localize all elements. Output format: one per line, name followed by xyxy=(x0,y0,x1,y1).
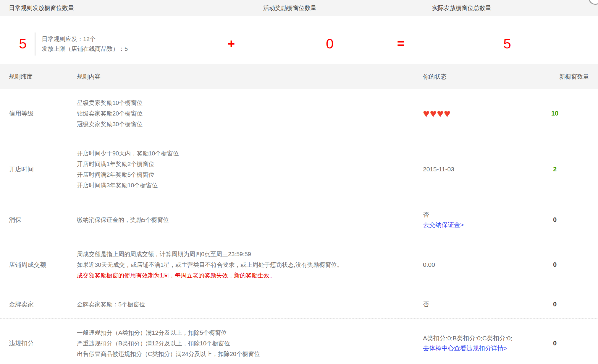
summary-header-band: 日常规则发放橱窗位数量 活动奖励橱窗位数量 实际发放橱窗位总数量 xyxy=(0,0,598,16)
table-row: 信用等级星级卖家奖励10个橱窗位钻级卖家奖励20个橱窗位冠级卖家奖励30个橱窗位… xyxy=(0,89,598,138)
rule-dimension-label: 金牌卖家 xyxy=(9,300,71,308)
status-action-link[interactable]: 去体检中心查看违规扣分详情> xyxy=(423,343,518,353)
new-slot-count-value: 0 xyxy=(521,261,589,269)
daily-slot-count: 5 xyxy=(12,36,33,51)
table-row: 店铺周成交额周成交额是指上周的周成交额，计算周期为周四0点至周三23:59:59… xyxy=(0,239,598,290)
rule-content-cell: 周成交额是指上周的周成交额，计算周期为周四0点至周三23:59:59如果近30天… xyxy=(77,249,420,281)
rule-content-line: 缴纳消保保证金的，奖励5个橱窗位 xyxy=(77,214,420,225)
table-row: 违规扣分一般违规扣分（A类扣分）满12分及以上，扣除5个橱窗位严重违规扣分（B类… xyxy=(0,318,598,364)
issue-limit-text: 发放上限（店铺在线商品数）：5 xyxy=(42,44,128,54)
vertical-divider xyxy=(35,32,35,56)
rule-dimension-label: 店铺周成交额 xyxy=(9,261,71,269)
new-slot-count-value: 0 xyxy=(521,339,589,347)
daily-slot-details: 日常规则应发：12个 发放上限（店铺在线商品数）：5 xyxy=(42,34,128,54)
status-text: 否 xyxy=(423,299,518,309)
showcase-slot-rules-page: 日常规则发放橱窗位数量 活动奖励橱窗位数量 实际发放橱窗位总数量 5 日常规则应… xyxy=(0,0,598,364)
table-row: 金牌卖家金牌卖家奖励：5个橱窗位否0 xyxy=(0,290,598,318)
status-action-link[interactable]: 去交纳保证金> xyxy=(423,220,518,230)
daily-rules-panel-title: 日常规则发放橱窗位数量 xyxy=(9,4,74,12)
slot-summary-strip: 5 日常规则应发：12个 发放上限（店铺在线商品数）：5 + 0 = 5 xyxy=(0,16,598,64)
rule-content-line: 一般违规扣分（A类扣分）满12分及以上，扣除5个橱窗位 xyxy=(77,327,420,338)
new-slot-count-value: 10 xyxy=(521,110,589,117)
new-slot-count-value: 0 xyxy=(521,300,589,308)
rule-content-warning-line: 成交额奖励橱窗的使用有效期为1周，每周五老的奖励失效，新的奖励生效。 xyxy=(77,270,420,281)
rule-content-cell: 开店时间少于90天内，奖励10个橱窗位开店时间满1年奖励2个橱窗位开店时间满2年… xyxy=(77,148,420,191)
your-status-cell: 否 xyxy=(423,299,518,309)
activity-slot-count: 0 xyxy=(319,36,340,51)
rule-dimension-label: 违规扣分 xyxy=(9,339,71,347)
daily-rule-due-text: 日常规则应发：12个 xyxy=(42,34,128,44)
rule-content-cell: 缴纳消保保证金的，奖励5个橱窗位 xyxy=(77,214,420,225)
your-status-cell: A类扣分:0;B类扣分:0;C类扣分:0;去体检中心查看违规扣分详情> xyxy=(423,333,518,353)
rule-content-line: 开店时间满3年奖励10个橱窗位 xyxy=(77,180,420,191)
rule-dimension-label: 消保 xyxy=(9,216,71,224)
activity-reward-panel-title: 活动奖励橱窗位数量 xyxy=(263,4,316,12)
rule-content-line: 出售假冒商品被违规扣分（C类扣分）满24分及以上，扣除20个橱窗位 xyxy=(77,349,420,359)
rule-content-line: 开店时间少于90天内，奖励10个橱窗位 xyxy=(77,148,420,159)
column-header-content: 规则内容 xyxy=(77,72,101,80)
rule-content-line: 金牌卖家奖励：5个橱窗位 xyxy=(77,299,420,310)
rule-content-line: 星级卖家奖励10个橱窗位 xyxy=(77,98,420,108)
rule-content-cell: 星级卖家奖励10个橱窗位钻级卖家奖励20个橱窗位冠级卖家奖励30个橱窗位 xyxy=(77,98,420,129)
rule-content-cell: 一般违规扣分（A类扣分）满12分及以上，扣除5个橱窗位严重违规扣分（B类扣分）满… xyxy=(77,327,420,359)
your-status-cell: 2015-11-03 xyxy=(423,164,518,174)
new-slot-count-value: 0 xyxy=(521,216,589,224)
rule-content-line: 钻级卖家奖励20个橱窗位 xyxy=(77,108,420,119)
plus-sign: + xyxy=(221,36,242,51)
rule-dimension-label: 开店时间 xyxy=(9,165,71,173)
actual-total-panel-title: 实际发放橱窗位总数量 xyxy=(432,4,491,12)
rule-content-line: 严重违规扣分（B类扣分）满12分及以上，扣除10个橱窗位 xyxy=(77,338,420,349)
equals-sign: = xyxy=(390,36,411,51)
table-row: 消保缴纳消保保证金的，奖励5个橱窗位否去交纳保证金>0 xyxy=(0,200,598,239)
column-header-status: 你的状态 xyxy=(423,72,447,80)
your-status-cell: 0.00 xyxy=(423,260,518,270)
total-slot-count: 5 xyxy=(497,36,518,51)
rules-table-body: 信用等级星级卖家奖励10个橱窗位钻级卖家奖励20个橱窗位冠级卖家奖励30个橱窗位… xyxy=(0,89,598,364)
column-header-dimension: 规则纬度 xyxy=(9,72,33,80)
your-status-cell: 否去交纳保证金> xyxy=(423,210,518,230)
credit-hearts-icon: ♥♥♥♥ xyxy=(423,108,518,119)
rules-table-header: 规则纬度 规则内容 你的状态 新橱窗数量 xyxy=(0,64,598,89)
rule-content-line: 开店时间满2年奖励5个橱窗位 xyxy=(77,169,420,180)
column-header-count: 新橱窗数量 xyxy=(559,72,589,80)
your-status-cell: ♥♥♥♥ xyxy=(423,108,518,119)
rule-content-line: 如果近30天无成交，或店铺不满1星，或主营类目不符合要求，或上周处于惩罚状态,没… xyxy=(77,259,420,270)
rule-content-cell: 金牌卖家奖励：5个橱窗位 xyxy=(77,299,420,310)
status-text: 否 xyxy=(423,210,518,220)
status-text: A类扣分:0;B类扣分:0;C类扣分:0; xyxy=(423,333,518,343)
status-text: 0.00 xyxy=(423,260,518,270)
rule-content-line: 开店时间满1年奖励2个橱窗位 xyxy=(77,159,420,169)
status-text: 2015-11-03 xyxy=(423,164,518,174)
help-icon[interactable] xyxy=(589,0,598,5)
rule-content-line: 冠级卖家奖励30个橱窗位 xyxy=(77,119,420,129)
rule-content-line: 周成交额是指上周的周成交额，计算周期为周四0点至周三23:59:59 xyxy=(77,249,420,259)
table-row: 开店时间开店时间少于90天内，奖励10个橱窗位开店时间满1年奖励2个橱窗位开店时… xyxy=(0,138,598,200)
rule-dimension-label: 信用等级 xyxy=(9,109,71,118)
new-slot-count-value: 2 xyxy=(521,165,589,173)
